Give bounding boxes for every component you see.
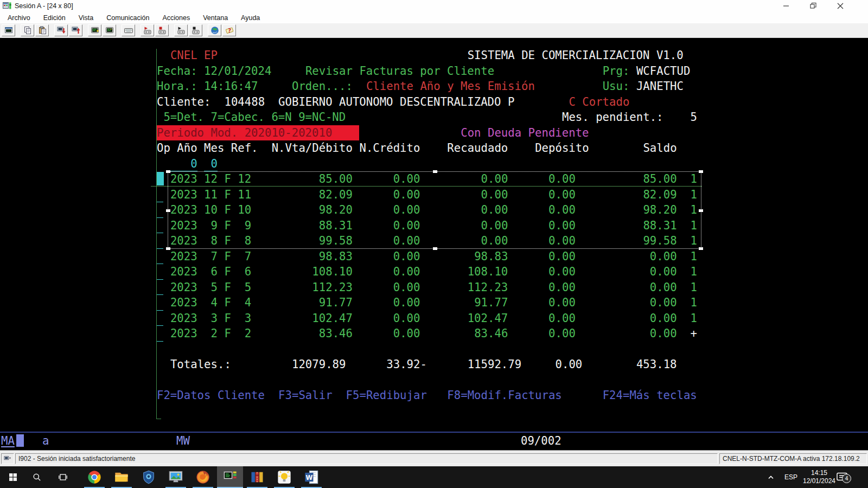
display-colors-icon [105, 26, 114, 35]
taskbar-file-explorer[interactable] [108, 466, 135, 488]
taskbar-winrar[interactable] [244, 466, 270, 488]
clock[interactable]: 14:15 12/01/2024 [800, 469, 839, 485]
stop-macro-icon [192, 26, 200, 35]
oia-status-row: MAaMW09/002 [0, 434, 868, 448]
chrome-icon [87, 470, 102, 485]
selection-handle[interactable] [699, 170, 703, 173]
status-message: I902 - Sesión iniciada satisfactoriament… [15, 453, 718, 464]
stop-record-icon [158, 26, 167, 35]
restore-button[interactable] [804, 0, 822, 12]
web-globe-icon [210, 26, 219, 35]
help-button[interactable]: ? [222, 24, 236, 36]
status-bar: I902 - Sesión iniciada satisfactoriament… [0, 450, 868, 466]
search-button[interactable] [24, 466, 50, 488]
screen-left-border [156, 49, 157, 419]
new-session-icon [4, 26, 13, 35]
help-icon: ? [225, 26, 234, 35]
selection-handle[interactable] [699, 209, 703, 212]
winrar-icon [250, 470, 265, 485]
firefox-icon [195, 470, 210, 485]
selection-handle[interactable] [166, 170, 170, 173]
file-explorer-icon [114, 470, 129, 485]
desktop: Sesión A - [24 x 80] ArchivoEdiciónVista… [0, 0, 868, 488]
oia-separator [0, 432, 868, 433]
selection-handle[interactable] [699, 247, 703, 250]
menu-item-ventana[interactable]: Ventana [196, 13, 234, 23]
receive-file-icon [72, 26, 80, 35]
connection-info: CNEL-N-STD-MTZ-COM-A activa 172.18.109.2 [719, 453, 867, 464]
session-emulator-icon [222, 470, 238, 485]
oia-indicator: MA [1, 434, 15, 448]
taskbar-firefox[interactable] [190, 466, 216, 488]
photo-viewer-icon [168, 470, 183, 485]
new-session-button[interactable] [2, 24, 15, 36]
window-title: Sesión A - [24 x 80] [15, 2, 73, 10]
display-setup-button[interactable] [88, 24, 101, 36]
menu-item-archivo[interactable]: Archivo [1, 13, 37, 23]
taskbar-chrome[interactable] [81, 466, 107, 488]
selection-handle[interactable] [166, 247, 170, 250]
screen-border-corner [156, 419, 161, 419]
minimize-button[interactable] [777, 0, 795, 12]
selection-handle[interactable] [166, 209, 170, 212]
text-cursor [157, 172, 164, 185]
taskbar-security-shield[interactable] [136, 466, 162, 488]
taskbar-photo-viewer[interactable] [163, 466, 189, 488]
language-indicator[interactable]: ESP [781, 473, 801, 481]
session-app-icon [2, 2, 12, 10]
stop-record-button[interactable] [155, 24, 169, 36]
selection-rectangle[interactable] [168, 171, 701, 249]
clock-date: 12/01/2024 [800, 477, 839, 485]
chevron-up-icon[interactable] [762, 466, 780, 488]
window-titlebar[interactable]: Sesión A - [24 x 80] [0, 0, 868, 12]
oia-indicator: MW [176, 434, 190, 448]
notification-badge: 4 [842, 474, 851, 483]
taskbar-word[interactable]: W [298, 466, 324, 488]
record-macro-icon [143, 26, 152, 35]
paste-icon [38, 26, 47, 35]
send-file-icon [57, 26, 66, 35]
web-globe-button[interactable] [208, 24, 221, 36]
stop-macro-button[interactable] [189, 24, 202, 36]
receive-file-button[interactable] [69, 24, 82, 36]
selection-handle[interactable] [433, 170, 437, 173]
copy-button[interactable] [21, 24, 34, 36]
oia-cursor-block [16, 434, 24, 447]
svg-text:W: W [305, 474, 312, 481]
clock-time: 14:15 [800, 469, 839, 477]
taskbar-session-emulator[interactable] [217, 466, 243, 488]
lightbulb-app-icon [277, 470, 292, 485]
send-file-button[interactable] [54, 24, 68, 36]
play-macro-icon [177, 26, 186, 35]
display-setup-icon [91, 26, 99, 35]
menu-bar: ArchivoEdiciónVistaComunicaciónAccionesV… [0, 12, 868, 23]
menu-item-edición[interactable]: Edición [37, 13, 72, 23]
copy-icon [23, 26, 32, 35]
taskbar: W [0, 466, 868, 488]
display-colors-button[interactable] [103, 24, 116, 36]
svg-text:?: ? [228, 28, 231, 34]
close-button[interactable] [831, 0, 850, 12]
word-icon: W [304, 470, 319, 485]
taskbar-lightbulb-app[interactable] [271, 466, 297, 488]
connection-status-icon [1, 453, 14, 464]
oia-indicator: 09/002 [521, 434, 561, 448]
start-button[interactable] [0, 466, 26, 488]
keyboard-button[interactable] [122, 24, 135, 36]
oia-indicator: a [42, 434, 49, 448]
record-macro-button[interactable] [141, 24, 154, 36]
task-view-button[interactable] [50, 466, 76, 488]
toolbar: ? [0, 23, 868, 38]
menu-item-vista[interactable]: Vista [72, 13, 100, 23]
menu-item-ayuda[interactable]: Ayuda [234, 13, 266, 23]
keyboard-icon [124, 26, 133, 35]
security-shield-icon [141, 470, 156, 485]
selection-handle[interactable] [433, 247, 437, 250]
menu-item-comunicación[interactable]: Comunicación [100, 13, 156, 23]
play-macro-button[interactable] [174, 24, 188, 36]
menu-item-acciones[interactable]: Acciones [156, 13, 196, 23]
paste-button[interactable] [35, 24, 49, 36]
